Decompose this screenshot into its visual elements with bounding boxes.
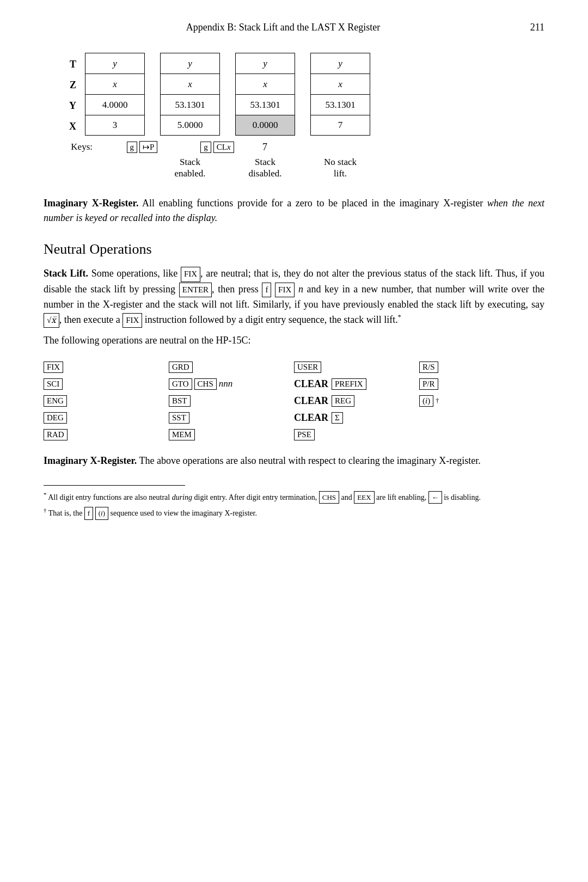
imaginary-xreg-bold-title-2: Imaginary X-Register.	[44, 455, 137, 466]
col4-Y: 53.1301	[310, 94, 370, 115]
key-sqrtx-inline: √x̅	[44, 313, 59, 328]
imaginary-xreg-section-2: Imaginary X-Register. The above operatio…	[44, 454, 544, 469]
col1-X: 3	[85, 115, 145, 136]
key-arrow-p: ↦P	[139, 141, 157, 153]
key-fix-inline-2: FIX	[275, 283, 295, 297]
footnote-divider	[44, 485, 185, 486]
neutral-op-fix: FIX	[44, 360, 169, 374]
header-title: Appendix B: Stack Lift and the LAST X Re…	[44, 22, 523, 33]
keys-label: Keys:	[65, 142, 97, 152]
key-back-footnote: ←	[428, 491, 442, 504]
stack-col-3: y x 53.1301 0.0000	[235, 53, 295, 136]
caption-no-stack: No stacklift.	[310, 156, 370, 180]
keys-group-2: g CLx	[187, 142, 247, 153]
key-user: USER	[294, 362, 321, 373]
key-7: 7	[262, 142, 267, 153]
neutral-op-clear-prefix: CLEAR PREFIX	[294, 377, 419, 391]
label-T: T	[65, 54, 81, 75]
neutral-op-sst: SST	[169, 411, 294, 425]
caption-gap-1	[85, 156, 145, 180]
col4-Z: x	[310, 74, 370, 94]
neutral-op-empty-1	[419, 411, 544, 425]
col3-X: 0.0000	[235, 115, 295, 136]
stack-col-2: y x 53.1301 5.0000	[160, 53, 220, 136]
key-g-2: g	[200, 142, 211, 153]
key-i-footnote: (i)	[95, 507, 108, 520]
neutral-op-pr: P/R	[419, 377, 544, 391]
footnote-dagger: † That is, the f (i) sequence used to vi…	[44, 507, 544, 520]
col2-T: y	[160, 53, 220, 74]
footnote-ref-star: *	[398, 313, 401, 321]
neutral-ops-heading: Neutral Operations	[44, 241, 544, 258]
key-prefix: PREFIX	[332, 378, 366, 390]
clear-text-sigma: CLEAR	[294, 412, 328, 424]
imaginary-xreg-para-2: Imaginary X-Register. The above operatio…	[44, 454, 544, 469]
neutral-op-empty-2	[419, 428, 544, 442]
key-f-footnote: f	[84, 507, 93, 520]
key-sci: SCI	[44, 378, 63, 390]
nnn-text: nnn	[219, 378, 233, 389]
col3-Z: x	[235, 74, 295, 94]
neutral-op-eng: ENG	[44, 394, 169, 408]
key-f-inline: f	[262, 283, 271, 297]
key-pr: P/R	[419, 378, 438, 390]
caption-stack-disabled: Stackdisabled.	[235, 156, 295, 180]
key-mem: MEM	[169, 429, 195, 440]
keys-row: Keys: g ↦P g CLx 7	[65, 141, 322, 153]
key-clx: CLx	[213, 142, 234, 153]
key-eex-footnote: EEX	[354, 491, 374, 504]
col2-Y: 53.1301	[160, 94, 220, 115]
key-chs-footnote: CHS	[319, 491, 339, 504]
key-chs: CHS	[194, 378, 217, 390]
stack-col-1: y x 4.0000 3	[85, 53, 145, 136]
stack-diagram: T Z Y X y x 4.0000 3 y x 53.1301 5.0000 …	[44, 53, 544, 180]
clear-text-prefix: CLEAR	[294, 378, 328, 390]
footnote-dagger-marker: †	[44, 507, 47, 514]
key-grd: GRD	[169, 362, 193, 373]
col3-Y: 53.1301	[235, 94, 295, 115]
page-number: 211	[523, 22, 544, 33]
stack-columns: y x 4.0000 3 y x 53.1301 5.0000 y x 53.1…	[85, 53, 370, 136]
col4-X: 7	[310, 115, 370, 136]
key-fix-inline-3: FIX	[122, 313, 142, 328]
caption-row: Stackenabled. Stackdisabled. No stacklif…	[85, 156, 370, 180]
neutral-op-grd: GRD	[169, 360, 294, 374]
neutral-op-rad: RAD	[44, 428, 169, 442]
label-Z: Z	[65, 75, 81, 95]
col2-X: 5.0000	[160, 115, 220, 136]
stack-lift-section: Stack Lift. Some operations, like FIX, a…	[44, 266, 544, 348]
neutral-op-deg: DEG	[44, 411, 169, 425]
col1-Z: x	[85, 74, 145, 94]
key-enter-inline: ENTER	[179, 283, 212, 297]
key-pse: PSE	[294, 429, 315, 440]
key-rad: RAD	[44, 429, 68, 440]
neutral-ops-table: FIX GRD USER R/S SCI GTO CHS nnn CLEAR P…	[44, 360, 544, 442]
neutral-op-mem: MEM	[169, 428, 294, 442]
key-fix-inline-1: FIX	[181, 267, 200, 281]
label-Y: Y	[65, 95, 81, 116]
keys-group-3: 7	[262, 142, 322, 153]
neutral-op-clear-reg: CLEAR REG	[294, 394, 419, 408]
neutral-op-rs: R/S	[419, 360, 544, 374]
key-g-1: g	[127, 142, 138, 153]
page-header: Appendix B: Stack Lift and the LAST X Re…	[44, 22, 544, 33]
key-reg: REG	[332, 395, 354, 407]
col1-T: y	[85, 53, 145, 74]
key-sigma: Σ	[332, 412, 343, 424]
footnote-star: * All digit entry functions are also neu…	[44, 491, 544, 504]
key-rs: R/S	[419, 362, 438, 373]
key-sst: SST	[169, 412, 189, 424]
stack-lift-para: Stack Lift. Some operations, like FIX, a…	[44, 266, 544, 328]
key-gto: GTO	[169, 378, 192, 390]
label-X: X	[65, 116, 81, 137]
stack-rows: T Z Y X y x 4.0000 3 y x 53.1301 5.0000 …	[65, 53, 370, 137]
col2-Z: x	[160, 74, 220, 94]
key-eng: ENG	[44, 395, 67, 407]
col4-T: y	[310, 53, 370, 74]
imaginary-xreg-para-1: Imaginary X-Register. All enabling funct…	[44, 196, 544, 226]
key-bst: BST	[169, 395, 191, 407]
neutral-op-i: (i)†	[419, 394, 544, 408]
imaginary-xreg-section-1: Imaginary X-Register. All enabling funct…	[44, 196, 544, 226]
key-i: (i)	[419, 395, 433, 407]
stack-col-4: y x 53.1301 7	[310, 53, 370, 136]
